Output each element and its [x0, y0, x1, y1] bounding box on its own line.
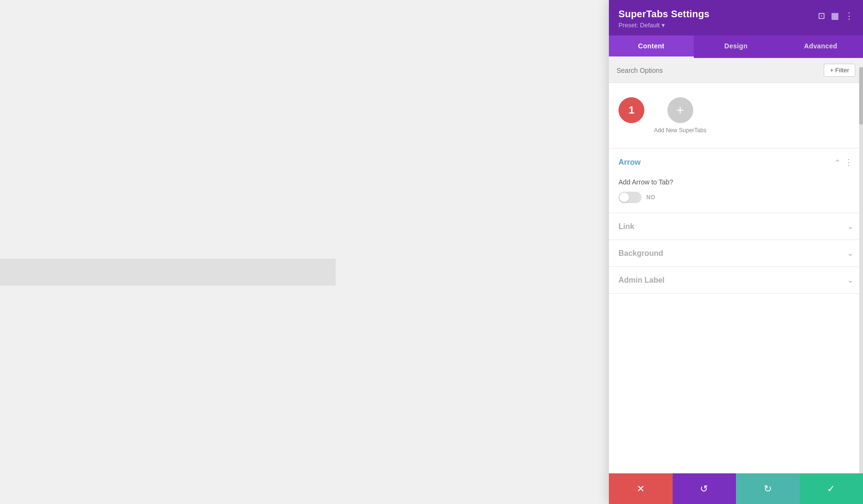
panel-header: SuperTabs Settings Preset: Default ⊡ ▦ ⋮: [609, 0, 863, 35]
panel-title: SuperTabs Settings: [618, 9, 710, 20]
redo-button[interactable]: ↻: [736, 473, 800, 504]
settings-panel: SuperTabs Settings Preset: Default ⊡ ▦ ⋮…: [609, 0, 863, 504]
scrollbar-track[interactable]: [859, 67, 863, 473]
link-section-icons: ⌄: [847, 222, 853, 231]
search-input[interactable]: [617, 67, 824, 74]
arrow-section-content: Add Arrow to Tab? NO: [618, 176, 853, 213]
save-button[interactable]: ✓: [800, 473, 863, 504]
section-background: Background ⌄: [609, 240, 863, 267]
arrow-section-icons: ⌃ ⋮: [834, 157, 853, 168]
link-section-title: Link: [618, 222, 634, 231]
link-chevron-icon[interactable]: ⌄: [847, 222, 853, 231]
arrow-field-label: Add Arrow to Tab?: [618, 178, 853, 186]
admin-label-section-icons: ⌄: [847, 275, 853, 285]
background-section-icons: ⌄: [847, 249, 853, 258]
tab-circles-area: 1 + Add New SuperTabs: [609, 83, 863, 149]
admin-label-section-header[interactable]: Admin Label ⌄: [618, 267, 853, 293]
background-section-title: Background: [618, 249, 663, 258]
layout-icon[interactable]: ▦: [831, 11, 839, 21]
admin-label-section-title: Admin Label: [618, 276, 665, 285]
undo-icon: ↺: [700, 483, 708, 494]
gray-bar: [0, 259, 336, 286]
arrow-toggle-label: NO: [646, 194, 655, 201]
scrollbar-thumb[interactable]: [859, 67, 863, 125]
tab-circle-1: 1: [618, 97, 644, 123]
arrow-more-icon[interactable]: ⋮: [844, 157, 853, 168]
panel-header-left: SuperTabs Settings Preset: Default: [618, 9, 710, 29]
panel-tabs: Content Design Advanced: [609, 35, 863, 58]
redo-icon: ↻: [764, 483, 772, 494]
section-admin-label: Admin Label ⌄: [609, 267, 863, 294]
arrow-chevron-up-icon[interactable]: ⌃: [834, 158, 840, 167]
add-tab-label: Add New SuperTabs: [654, 127, 706, 134]
bottom-bar: ✕ ↺ ↻ ✓: [609, 473, 863, 504]
arrow-section-header[interactable]: Arrow ⌃ ⋮: [618, 149, 853, 176]
save-icon: ✓: [827, 483, 835, 494]
undo-button[interactable]: ↺: [673, 473, 736, 504]
more-options-icon[interactable]: ⋮: [845, 11, 853, 21]
panel-preset[interactable]: Preset: Default: [618, 22, 710, 29]
add-tab-button[interactable]: +: [667, 97, 693, 123]
tab-design[interactable]: Design: [694, 35, 779, 58]
cancel-icon: ✕: [637, 483, 645, 494]
section-arrow: Arrow ⌃ ⋮ Add Arrow to Tab? NO: [609, 149, 863, 213]
filter-button[interactable]: + Filter: [824, 64, 855, 77]
panel-body: 1 + Add New SuperTabs Arrow ⌃ ⋮ Add Arro…: [609, 83, 863, 489]
arrow-toggle-switch[interactable]: [618, 192, 641, 203]
arrow-section-title: Arrow: [618, 158, 641, 167]
tab-advanced[interactable]: Advanced: [778, 35, 863, 58]
active-tab-button[interactable]: 1: [618, 97, 644, 123]
focus-icon[interactable]: ⊡: [818, 11, 825, 21]
section-link: Link ⌄: [609, 213, 863, 240]
arrow-toggle-row: NO: [618, 192, 853, 203]
add-tab-circle: + Add New SuperTabs: [654, 97, 706, 134]
link-section-header[interactable]: Link ⌄: [618, 213, 853, 240]
background-chevron-icon[interactable]: ⌄: [847, 249, 853, 258]
background-section-header[interactable]: Background ⌄: [618, 240, 853, 266]
cancel-button[interactable]: ✕: [609, 473, 673, 504]
arrow-toggle-knob: [619, 193, 629, 202]
search-bar: + Filter: [609, 58, 863, 83]
tab-content[interactable]: Content: [609, 35, 694, 58]
panel-header-icons: ⊡ ▦ ⋮: [818, 11, 853, 21]
admin-label-chevron-icon[interactable]: ⌄: [847, 275, 853, 285]
